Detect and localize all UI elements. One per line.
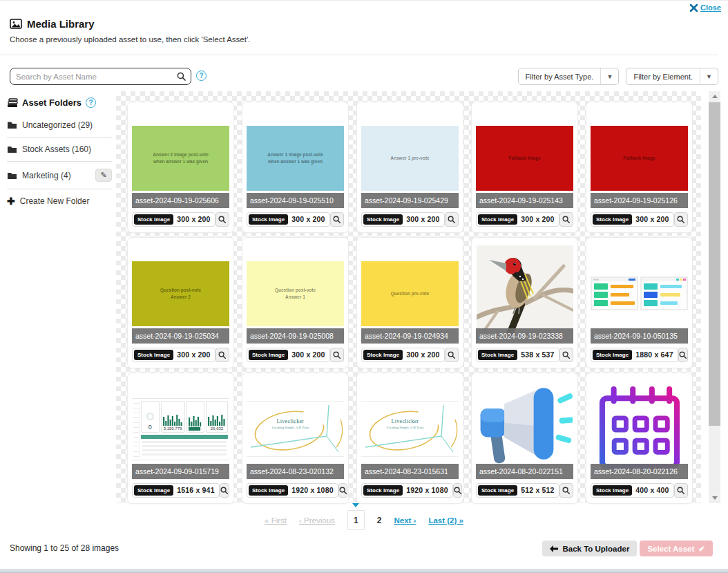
- asset-name-bar: asset-2024-09-19-025429: [361, 193, 459, 208]
- asset-meta: Stock Image 300 x 200: [132, 212, 215, 227]
- sidebar-item-create-folder[interactable]: ✚ Create New Folder: [7, 189, 112, 213]
- asset-preview-button[interactable]: [215, 348, 229, 362]
- pagination-current-page[interactable]: 1: [347, 510, 365, 530]
- back-arrow-icon: [550, 545, 558, 552]
- asset-preview-button[interactable]: [559, 212, 573, 227]
- asset-meta: Stock Image 300 x 200: [247, 348, 330, 362]
- asset-type-badge: Stock Image: [363, 485, 403, 496]
- select-asset-button[interactable]: Select Asset ✔: [640, 541, 713, 556]
- asset-thumbnail: asset-2024-08-20-022151: [476, 379, 573, 479]
- magnifier-icon: [454, 487, 461, 494]
- asset-meta: Stock Image 1880 x 647: [591, 348, 678, 362]
- folders-help-icon[interactable]: ?: [86, 97, 96, 108]
- asset-thumbnail: Fallback Image asset-2024-09-19-025126: [591, 108, 688, 208]
- asset-meta: Stock Image 1920 x 1080: [361, 483, 453, 498]
- page-subtitle: Choose a previously uploaded asset to us…: [10, 35, 250, 44]
- back-to-uploader-button[interactable]: Back To Uploader: [542, 541, 637, 556]
- sidebar-item-uncategorized[interactable]: Uncategorized (29): [7, 113, 112, 137]
- asset-preview-button[interactable]: [330, 348, 344, 362]
- asset-card[interactable]: Answer 1 image post-votewhen answer 1 wa…: [242, 102, 348, 232]
- asset-thumbnail: Answer 2 image post-votewhen answer 1 wa…: [132, 108, 229, 208]
- asset-preview-button[interactable]: [445, 212, 459, 227]
- asset-folders-sidebar: Asset Folders ? Uncategorized (29) Stock…: [7, 97, 112, 213]
- asset-type-badge: Stock Image: [593, 350, 632, 360]
- asset-dimensions: 1516 x 941: [177, 486, 215, 494]
- pagination-next[interactable]: Next ›: [394, 516, 416, 525]
- asset-preview-button[interactable]: [338, 483, 347, 498]
- asset-name-bar: asset-2024-09-09-015719: [132, 464, 229, 479]
- current-page-indicator-icon: [352, 503, 359, 507]
- magnifier-icon: [448, 351, 455, 359]
- asset-card[interactable]: Answer 2 image post-votewhen answer 1 wa…: [128, 102, 233, 232]
- asset-thumbnail: 0 3,150,779 26,632 asset-2024-09-09-0157…: [132, 379, 229, 479]
- asset-preview-button[interactable]: [559, 483, 573, 498]
- filter-asset-type-select[interactable]: Filter by Asset Type. ▼: [518, 68, 620, 85]
- asset-preview-button[interactable]: [330, 212, 344, 227]
- asset-preview-button[interactable]: [559, 348, 573, 362]
- asset-card[interactable]: LiveclickerCreating Simple A/B Tests ass…: [242, 373, 348, 503]
- asset-card[interactable]: asset-2024-09-19-023338 Stock Image 538 …: [472, 238, 577, 368]
- asset-card[interactable]: Fallback Image asset-2024-09-19-025126 S…: [586, 102, 692, 232]
- asset-preview-button[interactable]: [215, 212, 229, 227]
- vertical-scrollbar[interactable]: [709, 91, 720, 503]
- pencil-icon: ✎: [100, 171, 106, 180]
- scroll-down-icon[interactable]: [709, 493, 720, 503]
- asset-card[interactable]: Question post-voteAnswer 1 asset-2024-09…: [242, 238, 348, 368]
- asset-type-badge: Stock Image: [363, 214, 403, 225]
- search-icon: [177, 72, 186, 81]
- asset-preview-button[interactable]: [674, 483, 688, 498]
- asset-dimensions: 300 x 200: [177, 350, 211, 359]
- asset-dimensions: 1920 x 1080: [291, 486, 334, 494]
- asset-dimensions: 300 x 200: [291, 350, 325, 359]
- close-button[interactable]: Close: [690, 3, 721, 12]
- asset-dimensions: 538 x 537: [521, 350, 555, 359]
- asset-card[interactable]: asset-2024-08-20-022126 Stock Image 400 …: [586, 373, 692, 503]
- asset-card[interactable]: Question post-voteAnswer 2 asset-2024-09…: [128, 238, 233, 368]
- asset-preview-button[interactable]: [453, 483, 462, 498]
- asset-preview-button[interactable]: [445, 348, 459, 362]
- asset-preview-button[interactable]: [674, 212, 688, 227]
- scroll-up-icon[interactable]: [709, 91, 720, 102]
- search-help-icon[interactable]: ?: [196, 71, 207, 81]
- magnifier-icon: [218, 351, 226, 359]
- pagination-first: « First: [265, 516, 287, 525]
- asset-dimensions: 300 x 200: [635, 215, 669, 223]
- asset-dimensions: 300 x 200: [291, 215, 325, 223]
- folder-icon: [7, 121, 17, 129]
- asset-meta: Stock Image 300 x 200: [476, 212, 559, 227]
- asset-card[interactable]: 0 3,150,779 26,632 asset-2024-09-09-0157…: [128, 373, 233, 503]
- asset-name-bar: asset-2024-09-19-025126: [591, 193, 688, 208]
- filter-element-select[interactable]: Filter by Element. ▼: [626, 68, 718, 85]
- sidebar-item-marketing[interactable]: Marketing (4) ✎: [7, 161, 112, 189]
- edit-folder-button[interactable]: ✎: [95, 169, 112, 182]
- magnifier-icon: [339, 487, 347, 494]
- pagination-page-2[interactable]: 2: [377, 516, 382, 525]
- magnifier-icon: [218, 216, 226, 223]
- asset-name-bar: asset-2024-09-19-025008: [247, 328, 344, 344]
- asset-name-bar: asset-2024-08-23-020132: [247, 464, 344, 479]
- filter-asset-type-label: Filter by Asset Type.: [519, 73, 601, 81]
- asset-card[interactable]: Question pre-vote asset-2024-09-19-02493…: [357, 238, 463, 368]
- sidebar-item-stock-assets[interactable]: Stock Assets (160): [7, 137, 112, 161]
- asset-card[interactable]: asset-2024-08-20-022151 Stock Image 512 …: [472, 373, 577, 503]
- asset-thumbnail: Question post-voteAnswer 1 asset-2024-09…: [247, 243, 344, 344]
- asset-preview-button[interactable]: [678, 348, 688, 362]
- asset-card[interactable]: Fallback Image asset-2024-09-19-025143 S…: [472, 102, 577, 232]
- magnifier-icon: [562, 351, 570, 359]
- asset-type-badge: Stock Image: [249, 214, 288, 225]
- asset-meta: Stock Image 512 x 512: [476, 483, 559, 498]
- asset-name-bar: asset-2024-09-19-024934: [361, 328, 459, 344]
- magnifier-icon: [448, 216, 455, 223]
- scrollbar-thumb[interactable]: [709, 102, 720, 426]
- folder-icon: [7, 145, 17, 153]
- search-input[interactable]: [10, 73, 177, 81]
- asset-meta: Stock Image 300 x 200: [247, 212, 330, 227]
- asset-card[interactable]: LiveclickerCreating Simple A/B Tests ass…: [357, 373, 463, 503]
- asset-card[interactable]: Answer 1 pre-vote asset-2024-09-19-02542…: [357, 102, 463, 232]
- asset-card[interactable]: asset-2024-09-10-050135 Stock Image 1880…: [586, 238, 692, 368]
- asset-preview-button[interactable]: [220, 483, 229, 498]
- pagination-last[interactable]: Last (2) »: [428, 516, 463, 525]
- filter-element-label: Filter by Element.: [626, 73, 700, 81]
- asset-meta: Stock Image 300 x 200: [591, 212, 674, 227]
- calendar-illustration: [592, 382, 687, 477]
